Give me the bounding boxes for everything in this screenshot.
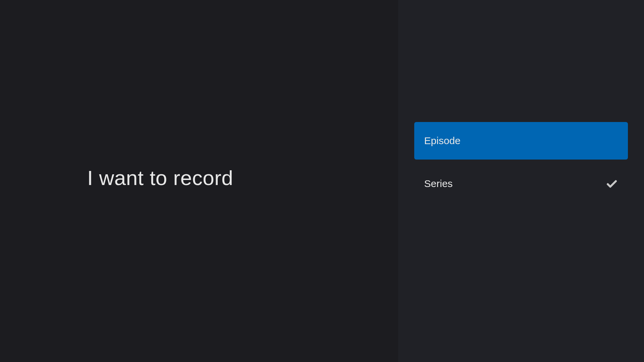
prompt-title: I want to record (87, 166, 233, 190)
check-icon (606, 178, 618, 190)
option-series[interactable]: Series (414, 165, 628, 202)
options-panel: Episode Series (398, 0, 644, 362)
option-episode[interactable]: Episode (414, 122, 628, 160)
option-label: Series (424, 178, 453, 189)
option-label: Episode (424, 135, 461, 146)
record-options-screen: I want to record Episode Series (0, 0, 644, 362)
prompt-panel: I want to record (0, 0, 398, 362)
